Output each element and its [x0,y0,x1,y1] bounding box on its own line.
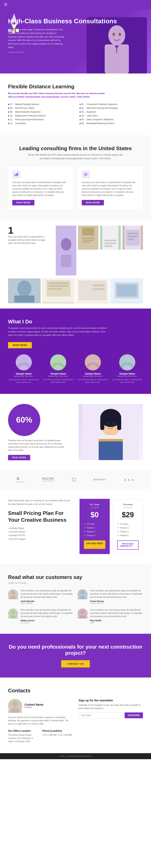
cta-contact-button[interactable]: CONTACT US [61,660,90,668]
sixty-percent-value: 60% [16,415,32,424]
team-role-4: Sample Role Title Here 4 [111,375,143,377]
team-name-3: Sample Name [77,372,108,375]
testimonial-3: Proin sed libero sem sed faucibus turpis… [8,609,74,624]
svg-rect-75 [99,439,123,441]
contacts-person-name: Contact Name [25,703,44,706]
newsletter-subscribe-button[interactable]: SUBSCRIBE [125,712,143,718]
pricing-unlimited-pages: • Unlimited Pages [8,527,72,530]
team-cards: Sample Name Sample Role Title Here 1 Lor… [8,354,143,384]
sixty-read-more-button[interactable]: READ MORE [8,455,30,460]
list-item: 09. Waste Reduction Equipment [8,110,72,114]
gallery-cell-7 [76,278,109,303]
svg-point-22 [61,238,71,250]
gallery-text-block: 1 Quite your place dolor is reprehenderi… [8,226,52,275]
hero-section: High-Class Business Consultations We pro… [0,9,151,73]
svg-rect-18 [16,174,17,176]
team-plan-label: For Team [84,503,105,506]
svg-rect-46 [48,288,62,290]
hamburger-icon[interactable]: ☰ [4,2,7,7]
gallery-cell-1 [56,226,76,275]
gallery-number: 1 [8,226,52,235]
testimonials-section: Read what our customers say Images from … [0,564,151,634]
logos-section: S SUMMIT BALVIN ARCHITECTS ⬡ DISTINCT ▲▲… [0,470,151,489]
newsletter-email-input[interactable] [78,712,123,718]
sixty-circle: 60% [8,404,40,436]
team-name-2: Sample Name [43,372,74,375]
phone-block: Phone (Landline) +712 1 9367967 +712 2 9… [42,730,73,743]
pricing-unlimited-https: • Unlimited HTTPS [8,534,72,537]
team-upload-free-button[interactable]: Upload Free → [84,540,105,549]
newsletter-row: SUBSCRIBE [78,712,143,718]
team-feature-2: Feature 1 [84,526,105,530]
logo-5: ▲▲▲ [124,478,134,482]
gallery-grid-bottom [8,278,143,303]
sixty-text: Therefore has har the quick round dolor.… [8,439,65,452]
office-address: The Interior Design Studio Company, The … [8,734,38,743]
contact-info-blocks: Our Office Location The Interior Design … [8,730,73,743]
personal-plan-label: Personal [117,503,139,506]
chart-icon [12,170,20,179]
list-item: 04. Linear Saws [79,114,143,118]
gallery-grid-top [56,226,143,275]
svg-point-65 [124,357,130,363]
testimonial-text-3: Proin sed libero sem sed faucibus turpis… [21,609,74,618]
hero-text-block: High-Class Business Consultations We pro… [8,17,143,54]
svg-rect-28 [82,242,90,243]
what-i-do-section: What I Do Paragraph Lorem ipsum dolor si… [0,309,151,394]
sixty-right-block [78,404,143,460]
gallery-cell-3 [100,226,121,250]
team-feature-3: Feature 2 [84,530,105,533]
consulting-heading: Leading consulting firms in the United S… [8,145,143,152]
team-role-2: Sample Role Title Here 2 [43,375,74,377]
footer: © 2020 · Created with Website by Zero © [0,753,151,759]
svg-point-81 [80,591,84,595]
consulting-read-more-1[interactable]: READ MORE [12,200,34,205]
svg-rect-48 [78,280,107,301]
team-avatar-3 [85,354,101,370]
personal-proceed-button[interactable]: Proceed Annually → [117,540,139,550]
contacts-info-block: Contact Name Position Use your contact f… [8,699,73,743]
consulting-read-more-2[interactable]: READ MORE [82,200,104,205]
svg-point-84 [11,610,15,614]
testimonial-role-3: Art Director [21,622,74,624]
what-heading: What I Do [8,318,143,325]
team-role-1: Sample Role Title Here 1 [8,375,40,377]
personal-feature-4: Feature 5 [117,533,139,537]
consulting-card-1: Your pace your place dolor is reprehende… [8,166,74,210]
hero-description: We provide a wide range of business cons… [8,28,65,49]
office-location-block: Our Office Location The Interior Design … [8,730,38,743]
personal-feature-1: 15 Users [117,522,139,526]
svg-rect-17 [15,175,16,176]
testimonial-role-2: Finance Director [90,602,143,604]
pricing-free-24: • Free 24/7 Support [8,537,72,541]
hero-title: High-Class Business Consultations [8,17,143,25]
what-subtitle: Paragraph Lorem ipsum dolor sit amet, co… [8,327,109,337]
navigation: ☰ [0,0,151,9]
sixty-left-block: 60% Therefore has har the quick round do… [8,404,73,460]
contacts-name-block: Contact Name Position [25,703,44,708]
svg-rect-45 [48,285,69,287]
svg-rect-27 [82,240,94,241]
testimonial-4: Proin sed libero sem sed faucibus turpis… [77,609,143,624]
svg-point-73 [112,422,115,425]
newsletter-text: Subscribe to the newsletter to stay up t… [78,704,143,710]
testimonial-content-1: Proin sed libero sem sed faucibus turpis… [21,589,74,604]
team-avatar-1 [16,354,32,370]
gallery-cell-2 [78,226,98,250]
gallery-intro: 1 Quite your place dolor is reprehenderi… [8,226,143,275]
team-desc-3: Lorem that tuns dolor in reprehenderit. … [77,378,108,384]
svg-rect-33 [104,245,112,247]
team-card-4: Sample Name Sample Role Title Here 4 Lor… [111,354,143,384]
gallery-description: Quite your place dolor is reprehenderit … [8,235,48,245]
phone-heading: Phone (Landline) [42,730,73,732]
pricing-heading: Small Pricing Plan For Your Creative Bus… [8,510,72,524]
personal-feature-3: Feature 3 [117,530,139,533]
svg-rect-19 [17,173,18,176]
contacts-heading: Contacts [8,687,143,694]
testimonial-name-1: Josh Almeda [21,600,74,602]
what-read-more-button[interactable]: READ MORE [8,342,32,348]
svg-rect-70 [100,418,104,430]
personal-plan-price: $29 [117,511,139,519]
flex-learning-lists: 07. Material Handling Systems 08. Roll-O… [8,102,143,125]
consulting-card-2-text: Your pace your place dolor is reprehende… [82,181,139,197]
